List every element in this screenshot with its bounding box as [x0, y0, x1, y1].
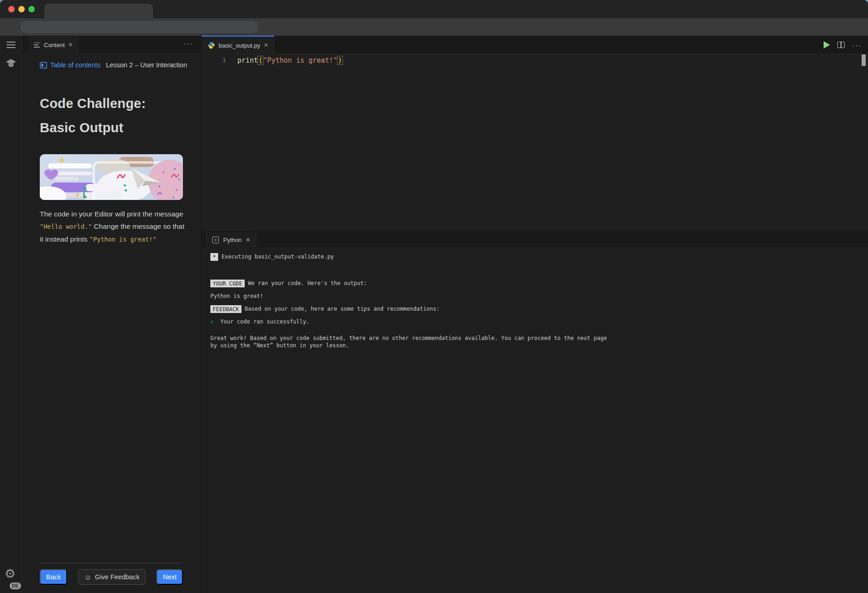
run-button[interactable] [824, 41, 830, 49]
close-icon[interactable]: × [69, 41, 73, 49]
gear-icon[interactable]: ⚙ [5, 568, 16, 580]
give-feedback-label: Give Feedback [95, 573, 140, 581]
terminal-divider [269, 398, 865, 399]
more-actions-icon[interactable]: ··· [852, 41, 862, 49]
line-number: 1 [202, 57, 230, 64]
terminal-line-closing: Great work! Based on your code submitted… [210, 334, 859, 349]
code-editor[interactable]: 1 print("Python is great!") [202, 54, 868, 231]
instruction-text: The code in your Editor will print the m… [40, 210, 183, 218]
content-panel-tabbar: Content × ··· [22, 36, 201, 54]
close-icon[interactable]: × [246, 236, 250, 243]
activity-bar: ⚙ DE [0, 36, 22, 593]
page-title-line2: Basic Output [40, 116, 146, 140]
split-editor-icon[interactable] [837, 42, 845, 48]
close-window-button[interactable] [8, 6, 15, 12]
tab-python-terminal[interactable]: > Python × [206, 232, 256, 248]
code-keyword: print [237, 56, 258, 65]
tab-basic-output-py[interactable]: basic_output.py × [202, 36, 274, 54]
editor-area: basic_output.py × ··· 1 print("Python is… [201, 36, 868, 593]
closing-line2: by using the “Next” button in your lesso… [210, 342, 349, 349]
code-line-1: 1 print("Python is great!") [202, 54, 868, 66]
editor-scrollbar-thumb[interactable] [862, 54, 866, 66]
toc-link-label: Table of contents [50, 61, 101, 69]
your-code-text: We ran your code. Here's the output: [245, 280, 367, 286]
page-title: Code Challenge: Basic Output [40, 92, 146, 140]
lesson-label: Lesson 2 – User Interaction [106, 61, 187, 69]
back-button[interactable]: Back [40, 569, 67, 585]
breadcrumb: Table of contents Lesson 2 – User Intera… [40, 61, 187, 69]
editor-tabbar: basic_output.py × ··· [202, 36, 868, 54]
minimize-window-button[interactable] [18, 6, 25, 12]
graduation-cap-icon[interactable] [5, 58, 17, 69]
terminal-icon: > [212, 237, 219, 243]
zoom-window-button[interactable] [28, 6, 35, 12]
smiley-icon: ☺ [84, 573, 91, 581]
terminal-line-executing: * Executing basic_output-validate.py [210, 253, 859, 261]
terminal-panel: > Python × * Executing basic_output-vali… [202, 231, 868, 593]
your-code-badge: YOUR CODE [210, 280, 245, 287]
editor-tab-label: basic_output.py [219, 42, 260, 49]
toc-layout-icon [40, 62, 47, 69]
hamburger-menu-icon[interactable] [6, 42, 16, 48]
executing-text: Executing basic_output-validate.py [218, 253, 334, 260]
lesson-instructions: The code in your Editor will print the m… [40, 208, 187, 246]
lesson-illustration [40, 154, 183, 200]
content-list-icon [34, 43, 40, 48]
inline-code-python-great: "Python is great!" [90, 236, 156, 243]
traffic-lights [8, 6, 35, 12]
browser-window: ⚙ DE Content × ··· Table of contents Les… [0, 0, 868, 593]
profile-badge[interactable]: DE [10, 582, 21, 589]
terminal-line-output: Python is great! [210, 292, 859, 300]
terminal-tab-label: Python [223, 237, 241, 243]
content-tab-label: Content [44, 42, 65, 49]
content-panel: Content × ··· Table of contents Lesson 2… [22, 36, 201, 593]
browser-tab[interactable] [44, 4, 153, 18]
terminal-line-feedback: FEEDBACK Based on your code, here are so… [210, 305, 859, 313]
page-title-line1: Code Challenge: [40, 92, 146, 116]
run-status-badge: * [210, 253, 218, 261]
titlebar [0, 0, 868, 18]
terminal-line-your-code: YOUR CODE We ran your code. Here's the o… [210, 280, 859, 287]
closing-line1: Great work! Based on your code submitted… [210, 335, 607, 341]
close-icon[interactable]: × [264, 42, 268, 49]
editor-actions: ··· [824, 36, 862, 54]
terminal-tabbar: > Python × [202, 232, 868, 248]
python-file-icon [208, 42, 215, 49]
terminal-line-success: ✓ Your code ran successfully. [210, 318, 859, 326]
tab-content[interactable]: Content × [28, 36, 79, 54]
next-button[interactable]: Next [156, 569, 183, 585]
feedback-text: Based on your code, here are some tips a… [241, 306, 439, 312]
url-bar[interactable] [20, 21, 258, 33]
inline-code-hello-world: "Hello world." [40, 223, 92, 230]
more-actions-icon[interactable]: ··· [183, 39, 193, 47]
lesson-nav-buttons: Back ☺ Give Feedback Next [40, 569, 183, 585]
table-of-contents-link[interactable]: Table of contents [40, 61, 101, 69]
give-feedback-button[interactable]: ☺ Give Feedback [78, 569, 145, 585]
feedback-badge: FEEDBACK [210, 305, 241, 313]
code-string: "Python is great!" [263, 56, 338, 65]
footer-divider [40, 563, 183, 563]
success-text: Your code ran successfully. [214, 318, 310, 325]
browser-toolbar [0, 18, 868, 36]
close-paren: ) [337, 56, 343, 65]
code-text: print("Python is great!") [237, 56, 343, 65]
